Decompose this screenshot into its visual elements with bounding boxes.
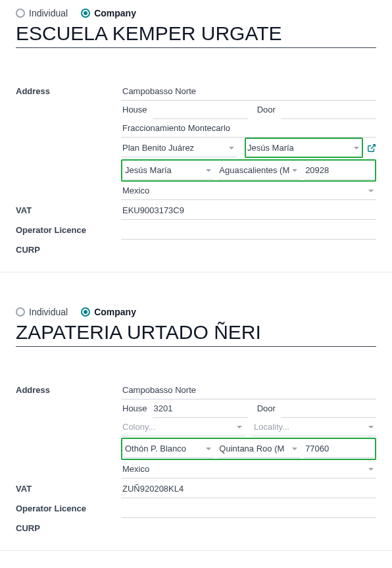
radio-circle-individual: [16, 307, 25, 317]
label-vat: VAT: [16, 201, 121, 215]
curp-input[interactable]: [121, 241, 376, 259]
form-body: Address House Door: [16, 82, 376, 259]
door-label: Door: [256, 101, 281, 119]
svg-line-0: [371, 144, 375, 148]
chevron-down-icon: [237, 426, 242, 428]
record-2: Individual Company ZAPATERIA URTADO ÑERI…: [0, 272, 392, 551]
chevron-down-icon: [354, 147, 359, 149]
contact-type-radios: Individual Company: [16, 307, 376, 317]
country-select[interactable]: [121, 182, 376, 200]
curp-input[interactable]: [121, 519, 376, 537]
zip-input[interactable]: [304, 161, 374, 180]
door-input[interactable]: [281, 400, 376, 418]
chevron-down-icon: [229, 147, 234, 149]
city-select[interactable]: [124, 440, 214, 458]
colony-select[interactable]: [121, 418, 245, 436]
radio-label-company: Company: [94, 307, 136, 317]
row-address: Address House Door: [16, 381, 376, 478]
address-fields: House Door: [121, 381, 376, 478]
street-input[interactable]: [121, 381, 376, 400]
row-curp: CURP: [16, 241, 376, 259]
label-curp: CURP: [16, 241, 121, 255]
radio-company[interactable]: Company: [81, 8, 136, 18]
state-select[interactable]: [218, 161, 300, 180]
label-operator: Operator Licence: [16, 221, 121, 235]
label-address: Address: [16, 82, 121, 96]
door-input[interactable]: [281, 101, 376, 119]
house-input[interactable]: [153, 101, 248, 119]
label-operator: Operator Licence: [16, 500, 121, 513]
external-link-icon[interactable]: [367, 143, 376, 153]
radio-circle-company: [81, 307, 90, 317]
city-select[interactable]: [124, 161, 214, 180]
operator-input[interactable]: [121, 221, 376, 240]
vat-input[interactable]: [121, 480, 376, 498]
radio-individual[interactable]: Individual: [16, 307, 68, 317]
chevron-down-icon: [368, 468, 374, 471]
vat-input[interactable]: [121, 201, 376, 220]
form-body: Address House Door: [16, 381, 376, 537]
contact-type-radios: Individual Company: [16, 8, 376, 18]
chevron-down-icon: [206, 169, 211, 172]
radio-label-individual: Individual: [29, 307, 68, 317]
radio-label-company: Company: [94, 8, 136, 18]
label-vat: VAT: [16, 480, 121, 494]
radio-label-individual: Individual: [29, 8, 68, 18]
row-vat: VAT: [16, 201, 376, 220]
colony-select[interactable]: [121, 139, 237, 157]
company-name-title[interactable]: ESCUELA KEMPER URGATE: [16, 22, 376, 48]
label-curp: CURP: [16, 519, 121, 533]
radio-individual[interactable]: Individual: [16, 8, 68, 18]
locality-select[interactable]: [253, 418, 376, 436]
row-vat: VAT: [16, 480, 376, 498]
row-address: Address House Door: [16, 82, 376, 200]
house-input[interactable]: [153, 400, 248, 418]
address-fields: House Door: [121, 82, 376, 200]
label-address: Address: [16, 381, 121, 395]
operator-input[interactable]: [121, 500, 376, 518]
row-curp: CURP: [16, 519, 376, 537]
locality-select[interactable]: [246, 139, 362, 157]
record-1: Individual Company ESCUELA KEMPER URGATE…: [0, 0, 392, 272]
chevron-down-icon: [292, 169, 297, 172]
row-operator: Operator Licence: [16, 500, 376, 518]
house-label: House: [121, 400, 153, 418]
city-state-zip-row: [121, 438, 376, 460]
street-input[interactable]: [121, 82, 376, 101]
country-select[interactable]: [121, 460, 376, 478]
city-state-zip-row: [121, 159, 376, 182]
zip-input[interactable]: [304, 440, 374, 458]
house-label: House: [121, 101, 153, 119]
chevron-down-icon: [368, 190, 374, 192]
state-select[interactable]: [218, 440, 300, 458]
company-name-title[interactable]: ZAPATERIA URTADO ÑERI: [16, 321, 376, 347]
chevron-down-icon: [206, 448, 211, 450]
chevron-down-icon: [368, 426, 374, 428]
row-operator: Operator Licence: [16, 221, 376, 240]
door-label: Door: [256, 400, 281, 418]
radio-company[interactable]: Company: [81, 307, 136, 317]
street2-input[interactable]: [121, 119, 376, 138]
radio-circle-individual: [16, 9, 25, 18]
chevron-down-icon: [292, 448, 297, 450]
radio-circle-company: [81, 9, 90, 18]
